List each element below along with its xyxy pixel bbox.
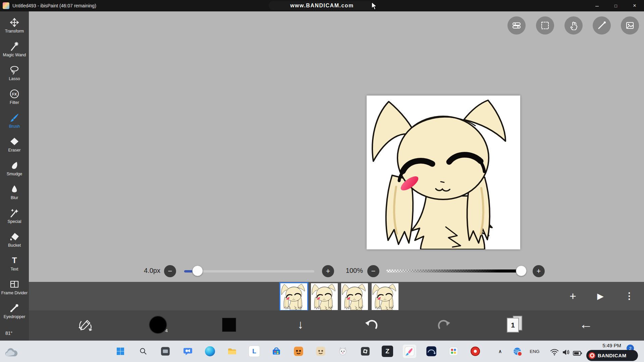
tool-eyedropper[interactable]: Eyedropper — [0, 299, 29, 323]
taskbar-edge-browser[interactable] — [203, 345, 217, 358]
tool-smudge[interactable]: Smudge — [0, 156, 29, 180]
volume-icon[interactable] — [562, 349, 570, 356]
taskbar-app-window[interactable] — [159, 345, 172, 358]
stabilizer-button[interactable] — [78, 317, 93, 332]
disney-plus-icon — [426, 346, 437, 357]
redo-button[interactable] — [436, 317, 451, 333]
taskbar-record-button[interactable] — [469, 345, 482, 358]
tool-eraser[interactable]: Eraser — [0, 132, 29, 156]
add-frame-button[interactable]: + — [566, 289, 580, 303]
capture-tool-icon — [448, 346, 459, 356]
tray-browser-notification[interactable] — [513, 347, 522, 356]
collapse-toolbar-button[interactable]: ↓ — [293, 316, 308, 333]
tool-label: Magic Wand — [3, 53, 26, 57]
ruler-button[interactable] — [593, 16, 611, 35]
frame-preview — [372, 283, 398, 310]
color-indicator[interactable]: 4 — [149, 316, 167, 334]
tool-special[interactable]: Special — [0, 204, 29, 228]
bandicam-label: BANDICAM — [598, 353, 627, 358]
opacity-increase-button[interactable]: + — [533, 265, 545, 277]
taskbar-l-app[interactable]: L — [248, 345, 261, 358]
maximize-button[interactable]: □ — [606, 0, 625, 11]
wifi-icon[interactable] — [550, 349, 559, 356]
tray-chevron-button[interactable]: ∧ — [496, 346, 504, 357]
tool-brush[interactable]: Brush — [0, 109, 29, 132]
taskbar-disney-plus[interactable] — [425, 345, 438, 358]
layers-button[interactable]: 1 — [505, 315, 524, 333]
tool-label: Eyedropper — [4, 314, 25, 319]
windows-logo-icon — [116, 347, 125, 356]
selection-button[interactable] — [536, 16, 554, 35]
tool-bucket[interactable]: Bucket — [0, 228, 29, 251]
taskbar-chat-app[interactable] — [181, 345, 195, 358]
hand-icon — [569, 21, 578, 30]
bandicam-overlay-badge: BANDICAM — [586, 350, 638, 361]
globe-icon — [513, 347, 522, 356]
taskbar-cat-app[interactable] — [336, 345, 350, 358]
weather-temperature: 81° — [5, 330, 12, 336]
taskbar-game-app-2[interactable] — [314, 345, 327, 358]
opacity-slider[interactable] — [386, 269, 522, 273]
tool-transform[interactable]: Transform — [0, 13, 29, 37]
minus-icon: − — [168, 267, 172, 276]
taskbar-search-button[interactable] — [137, 345, 150, 358]
tool-blur[interactable]: Blur — [0, 180, 29, 204]
hand-tool-button[interactable] — [565, 16, 583, 35]
minimize-icon: – — [595, 2, 599, 9]
back-button[interactable]: ← — [577, 315, 595, 333]
special-icon — [9, 207, 20, 218]
maximize-icon: □ — [614, 3, 617, 8]
opacity-decrease-button[interactable]: − — [367, 265, 379, 277]
taskbar-file-explorer[interactable] — [225, 345, 239, 358]
opacity-knob[interactable] — [516, 265, 527, 276]
frame-menu-button[interactable]: ⋮ — [622, 289, 637, 303]
frame-thumbnail-4[interactable] — [372, 283, 398, 310]
frame-thumbnail-1-selected[interactable] — [280, 283, 307, 310]
undo-button[interactable] — [364, 317, 380, 333]
ibispaint-logo-icon — [3, 2, 9, 9]
brush-size-increase-button[interactable]: + — [322, 265, 334, 277]
tray-language-indicator[interactable]: ENG — [527, 341, 543, 362]
brush-size-slider[interactable] — [184, 270, 314, 273]
tool-magic-wand[interactable]: Magic Wand — [0, 37, 29, 61]
secondary-color-swatch[interactable] — [222, 318, 236, 332]
tool-settings-button[interactable] — [507, 16, 526, 35]
image-icon — [625, 21, 635, 30]
window-controls: – □ × — [588, 0, 644, 11]
plus-icon: + — [537, 267, 541, 276]
tool-filter[interactable]: FX Filter — [0, 85, 29, 109]
ruler-pen-icon — [597, 21, 606, 30]
tray-clock[interactable]: 5:49 PM — [588, 343, 621, 348]
taskbar-roblox[interactable] — [359, 345, 372, 358]
brush-icon — [9, 112, 20, 123]
taskbar-start-button[interactable] — [114, 345, 127, 358]
svg-text:FX: FX — [12, 92, 17, 96]
taskbar-microsoft-store[interactable] — [270, 345, 283, 358]
brush-size-knob[interactable] — [192, 265, 203, 276]
minimize-button[interactable]: – — [588, 0, 606, 11]
taskbar-ibispaint-active[interactable] — [403, 345, 416, 358]
brush-size-decrease-button[interactable]: − — [164, 265, 176, 277]
drawing-canvas[interactable] — [367, 96, 520, 249]
play-animation-button[interactable]: ▶ — [593, 289, 608, 303]
close-button[interactable]: × — [625, 0, 644, 11]
frame-thumbnail-3[interactable] — [341, 283, 368, 310]
opacity-value: 100% — [337, 267, 363, 275]
plus-icon: + — [570, 290, 576, 303]
taskbar-capture-tool[interactable] — [447, 345, 460, 358]
weather-cloud-icon[interactable] — [4, 348, 18, 357]
taskbar-z-app[interactable]: Z — [381, 345, 394, 358]
material-button[interactable] — [621, 16, 639, 35]
tool-lasso[interactable]: Lasso — [0, 61, 29, 85]
tool-text[interactable]: T Text — [0, 251, 29, 275]
plus-icon: + — [326, 267, 330, 276]
taskbar-game-app-1[interactable] — [292, 345, 305, 358]
record-icon — [470, 346, 480, 356]
video-chat-icon — [183, 346, 193, 356]
sliders-icon — [512, 21, 521, 30]
frame-thumbnail-2[interactable] — [311, 283, 338, 310]
battery-icon[interactable] — [573, 349, 583, 357]
tool-label: Lasso — [9, 76, 20, 81]
tool-frame-divider[interactable]: Frame Divider — [0, 275, 29, 299]
minus-icon: − — [371, 267, 376, 276]
